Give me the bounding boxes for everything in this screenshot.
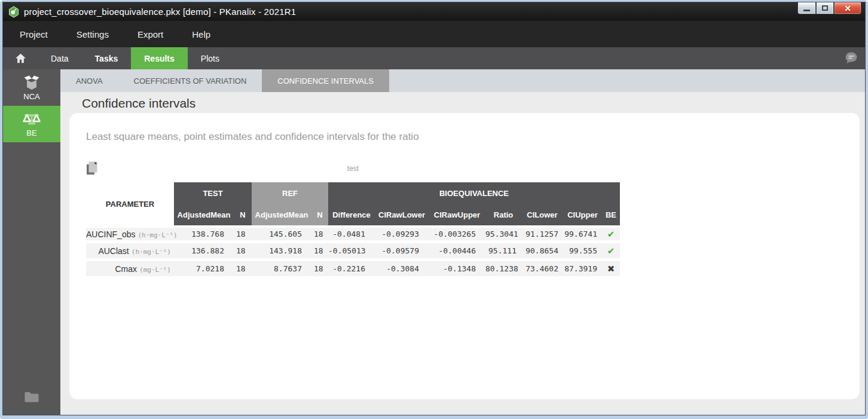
maximize-icon — [822, 5, 828, 11]
parameter-unit: (h·mg·L⁻¹) — [137, 231, 177, 239]
parameter-unit: (mg·L⁻¹) — [139, 266, 171, 274]
close-icon: ✕ — [844, 4, 851, 13]
test-n-cell: 18 — [234, 225, 252, 243]
test-adjustedmean-cell: 138.768 — [174, 225, 234, 243]
tab-results[interactable]: Results — [131, 47, 188, 69]
column-header-be: BE — [602, 204, 620, 225]
cilower-cell: 73.4602 — [521, 261, 563, 279]
column-header-ratio: Ratio — [485, 204, 521, 225]
app-window: project_crossover_bioequivalence.pkx [de… — [0, 0, 868, 419]
test-n-cell: 18 — [234, 243, 252, 261]
test-adjustedmean-cell: 7.0218 — [174, 261, 234, 279]
section-subtitle: Least square means, point estimates and … — [86, 131, 841, 143]
tab-data[interactable]: Data — [38, 47, 82, 69]
ref-adjustedmean-cell: 145.605 — [252, 225, 311, 243]
menu-bar: Project Settings Export Help — [3, 21, 865, 47]
parameter-unit: (h·mg·L⁻¹) — [132, 248, 171, 256]
ref-n-cell: 18 — [311, 243, 328, 261]
sidebar-item-label: NCA — [23, 92, 39, 101]
test-n-cell: 18 — [234, 261, 252, 279]
parameter-cell: AUCINF_obs(h·mg·L⁻¹) — [86, 225, 174, 243]
sidebar-item-nca[interactable]: NCA — [3, 69, 60, 106]
column-header-cirawlower: CIRawLower — [375, 204, 429, 225]
menu-help[interactable]: Help — [192, 29, 210, 39]
sidebar-spacer — [3, 142, 60, 379]
tab-plots[interactable]: Plots — [188, 47, 233, 69]
column-header-test-n: N — [234, 204, 252, 225]
balance-scale-icon — [21, 111, 42, 127]
ciupper-cell: 87.3919 — [563, 261, 602, 279]
tab-tasks[interactable]: Tasks — [82, 47, 132, 69]
column-header-ref-adjustedmean: AdjustedMean — [252, 204, 311, 225]
cirawlower-cell: -0.09293 — [375, 225, 429, 243]
confidence-intervals-table: PARAMETER TEST REF BIOEQUIVALENCE Adjust… — [86, 182, 620, 279]
content-area: ANOVA COEFFICIENTS OF VARIATION CONFIDEN… — [60, 69, 865, 415]
ratio-cell: 95.3041 — [485, 225, 521, 243]
table-zone: test PARAMETER — [86, 161, 620, 279]
folder-icon — [23, 390, 40, 403]
sidebar-item-be[interactable]: BE — [3, 106, 60, 142]
group-header-bioequivalence: BIOEQUIVALENCE — [328, 182, 620, 204]
column-header-test-adjustedmean: AdjustedMean — [174, 204, 234, 225]
ref-n-cell: 18 — [311, 225, 328, 243]
ciupper-cell: 99.6741 — [563, 225, 602, 243]
column-header-cilower: CILower — [521, 204, 563, 225]
cirawupper-cell: -0.00446 — [429, 243, 485, 261]
be-status-icon: ✖ — [602, 261, 620, 279]
table-row: AUCINF_obs(h·mg·L⁻¹) 138.768 18 145.605 … — [86, 225, 620, 243]
ref-n-cell: 18 — [311, 261, 328, 279]
be-status-icon: ✔ — [602, 243, 620, 261]
title-bar: project_crossover_bioequivalence.pkx [de… — [3, 2, 865, 21]
difference-cell: -0.05013 — [328, 243, 375, 261]
app-logo-icon — [8, 6, 20, 18]
project-folder-button[interactable] — [3, 379, 60, 415]
nav-tab-bar: Data Tasks Results Plots — [3, 47, 865, 69]
minimize-button[interactable] — [797, 2, 816, 14]
menu-export[interactable]: Export — [137, 29, 163, 39]
chat-bubble-icon — [843, 51, 859, 65]
cirawlower-cell: -0.09579 — [375, 243, 429, 261]
test-adjustedmean-cell: 136.882 — [174, 243, 234, 261]
dataset-label: test — [86, 164, 620, 173]
group-header-ref: REF — [252, 182, 328, 204]
ratio-cell: 95.111 — [485, 243, 521, 261]
parameter-cell: Cmax(mg·L⁻¹) — [86, 261, 174, 279]
difference-cell: -0.0481 — [328, 225, 375, 243]
be-status-icon: ✔ — [602, 225, 620, 243]
window-inner: project_crossover_bioequivalence.pkx [de… — [2, 2, 866, 415]
subtab-coefficients-of-variation[interactable]: COEFFICIENTS OF VARIATION — [118, 69, 262, 92]
task-sidebar: NCA BE — [3, 69, 60, 415]
subtab-confidence-intervals[interactable]: CONFIDENCE INTERVALS — [262, 69, 389, 92]
minimize-icon — [803, 10, 810, 11]
column-header-ciupper: CIUpper — [563, 204, 602, 225]
home-button[interactable] — [3, 47, 38, 69]
parameter-cell: AUClast(h·mg·L⁻¹) — [86, 243, 174, 261]
cilower-cell: 90.8654 — [521, 243, 563, 261]
results-subtab-bar: ANOVA COEFFICIENTS OF VARIATION CONFIDEN… — [60, 69, 865, 92]
ref-adjustedmean-cell: 8.7637 — [252, 261, 311, 279]
cilower-cell: 91.1257 — [521, 225, 563, 243]
parameter-name: Cmax — [115, 264, 137, 274]
window-title: project_crossover_bioequivalence.pkx [de… — [24, 7, 296, 17]
parameter-name: AUCINF_obs — [86, 230, 135, 239]
home-icon — [15, 53, 26, 63]
close-button[interactable]: ✕ — [834, 2, 861, 14]
package-icon — [22, 75, 41, 90]
cirawlower-cell: -0.3084 — [375, 261, 429, 279]
ref-adjustedmean-cell: 143.918 — [252, 243, 311, 261]
feedback-button[interactable] — [843, 51, 859, 68]
menu-settings[interactable]: Settings — [77, 29, 109, 39]
table-row: Cmax(mg·L⁻¹) 7.0218 18 8.7637 18 -0.2216… — [86, 261, 620, 279]
column-header-difference: Difference — [328, 204, 375, 225]
window-controls: ✕ — [797, 2, 861, 14]
subtab-anova[interactable]: ANOVA — [60, 69, 118, 92]
table-row: AUClast(h·mg·L⁻¹) 136.882 18 143.918 18 … — [86, 243, 620, 261]
cirawupper-cell: -0.003265 — [429, 225, 485, 243]
sidebar-item-label: BE — [26, 129, 36, 137]
column-header-ref-n: N — [311, 204, 328, 225]
maximize-button[interactable] — [816, 2, 834, 14]
cirawupper-cell: -0.1348 — [429, 261, 485, 279]
main-body: NCA BE — [3, 69, 865, 415]
group-header-row: PARAMETER TEST REF BIOEQUIVALENCE — [86, 182, 620, 204]
menu-project[interactable]: Project — [20, 29, 48, 39]
